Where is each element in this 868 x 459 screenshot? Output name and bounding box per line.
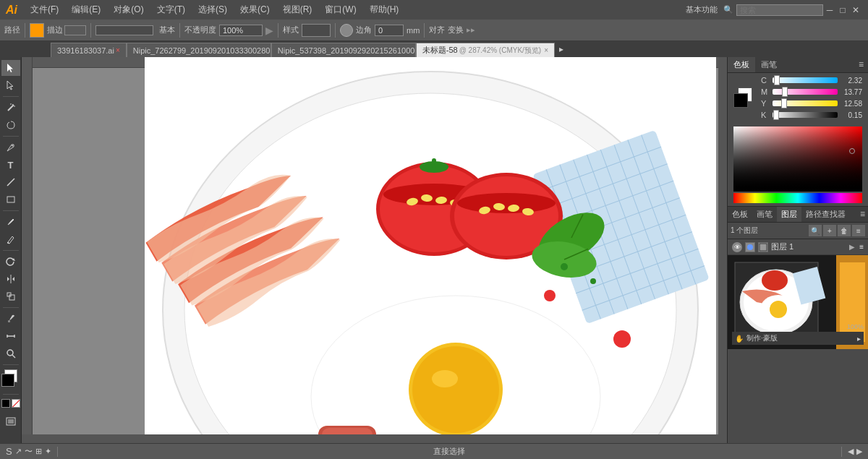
layers-find-button[interactable]: 🔍: [809, 225, 822, 236]
line-button[interactable]: [1, 174, 20, 190]
menu-effect[interactable]: 效果(C): [234, 2, 276, 17]
layers-delete-button[interactable]: 🗑: [838, 225, 851, 236]
slider-y-track[interactable]: [773, 100, 838, 106]
stroke-preview[interactable]: [64, 25, 86, 35]
menu-help[interactable]: 帮助(H): [364, 2, 405, 17]
pencil-button[interactable]: [1, 231, 20, 247]
color-spectrum-bar[interactable]: [733, 193, 862, 203]
direct-select-button[interactable]: [1, 77, 20, 93]
measure-button[interactable]: [1, 328, 20, 344]
menu-object[interactable]: 对象(O): [108, 2, 149, 17]
slider-c-track[interactable]: [773, 77, 838, 83]
tab-3[interactable]: Nipic_537398_20190929202152610000.ai ×: [271, 43, 416, 57]
layer-row-1[interactable]: 👁 图层 1 ▶ ≡: [728, 239, 868, 255]
tab-4-active[interactable]: 未标题-58 @ 287.42% (CMYK/预览) ×: [416, 43, 555, 57]
layers-action-buttons: 🔍 + 🗑 ≡: [809, 225, 865, 236]
slider-m-thumb[interactable]: [782, 87, 788, 97]
search-input[interactable]: [736, 4, 823, 16]
layers-add-button[interactable]: +: [823, 225, 836, 236]
layer-visibility-1[interactable]: 👁: [732, 242, 742, 252]
stroke-none-btn[interactable]: [12, 399, 20, 408]
menu-edit[interactable]: 编辑(E): [66, 2, 106, 17]
tab-brush[interactable]: 画笔: [755, 57, 783, 72]
magic-wand-button[interactable]: [1, 100, 20, 116]
stroke-width-input[interactable]: [95, 25, 153, 35]
thumb-more[interactable]: ▸: [857, 335, 861, 343]
screen-mode-button[interactable]: [1, 413, 20, 429]
fill-color-swatch[interactable]: [30, 23, 44, 38]
corner-label: 边角: [356, 25, 372, 35]
horizontal-scrollbar[interactable]: [22, 434, 718, 443]
svg-point-66: [544, 290, 556, 301]
slider-k-track[interactable]: [773, 112, 838, 118]
status-nav-next[interactable]: ▶: [856, 447, 862, 456]
close-button[interactable]: ✕: [849, 4, 862, 17]
opacity-input[interactable]: [219, 25, 263, 36]
slider-y-value: 12.58: [841, 100, 862, 108]
tool-icon-star: ✦: [45, 447, 51, 456]
thumb-hand-icon: ✋: [735, 335, 744, 343]
menu-window[interactable]: 窗口(W): [319, 2, 362, 17]
tabs-more-button[interactable]: ▸: [555, 44, 568, 54]
lasso-button[interactable]: [1, 117, 20, 133]
eyedrop-button[interactable]: [1, 311, 20, 327]
layer-options-menu[interactable]: ≡: [859, 243, 864, 251]
rotate-button[interactable]: [1, 254, 20, 270]
tab-close-4[interactable]: ×: [544, 46, 548, 54]
tab-2[interactable]: Nipic_7262799_20190920103330028031.ai ×: [127, 43, 271, 57]
tab-color[interactable]: 色板: [728, 57, 755, 72]
layer-expand-1[interactable]: ▶: [849, 243, 855, 251]
zoom-button[interactable]: [1, 346, 20, 361]
lt-sep-7: [3, 394, 19, 395]
thumbnail-area: 100% ✋ 制作·豪版 ▸: [728, 255, 868, 349]
menu-select[interactable]: 选择(S): [192, 2, 233, 17]
fill-none-btn[interactable]: [1, 399, 10, 408]
mirror-button[interactable]: [1, 271, 20, 287]
tab-pathfinder[interactable]: 路径查找器: [801, 207, 850, 222]
restore-button[interactable]: □: [836, 4, 849, 17]
bg-color-box[interactable]: [733, 93, 748, 108]
illustration: [145, 57, 716, 443]
status-nav: ◀ ▶: [848, 447, 862, 456]
scale-button[interactable]: [1, 288, 20, 304]
fg-bg-colors[interactable]: [733, 87, 757, 111]
pen-button[interactable]: [1, 140, 20, 155]
right-panel: 色板 画笔 ≡ C 2.32: [727, 57, 868, 443]
style-input[interactable]: [302, 24, 331, 37]
svg-marker-12: [12, 277, 14, 281]
tab-1[interactable]: 33916183037.ai ×: [51, 43, 127, 57]
layers-panel-menu[interactable]: ≡: [857, 207, 868, 222]
color-gradient-picker[interactable]: [733, 126, 862, 192]
color-swatches-row: C 2.32 M 13.77: [728, 73, 868, 125]
menu-view[interactable]: 视图(R): [277, 2, 318, 17]
status-nav-prev[interactable]: ◀: [848, 447, 854, 456]
menu-file[interactable]: 文件(F): [25, 2, 64, 17]
slider-c-thumb[interactable]: [774, 75, 780, 85]
tab-brush[interactable]: 画笔: [752, 207, 777, 222]
color-picker-cursor[interactable]: [849, 148, 855, 154]
select-tool-button[interactable]: [1, 60, 20, 76]
svg-line-2: [8, 105, 14, 111]
minimize-button[interactable]: ─: [823, 4, 836, 17]
slider-m-track[interactable]: [773, 89, 838, 95]
paintbrush-button[interactable]: [1, 214, 20, 230]
menu-type[interactable]: 文字(T): [151, 2, 191, 17]
svg-point-65: [432, 370, 458, 387]
corner-input[interactable]: [375, 25, 404, 36]
tab-swatch[interactable]: 色板: [728, 207, 752, 222]
tab-layers[interactable]: 图层: [777, 207, 801, 222]
color-panel-menu[interactable]: ≡: [854, 57, 868, 72]
background-color[interactable]: [1, 374, 14, 387]
rectangle-button[interactable]: [1, 192, 20, 207]
layers-options-button[interactable]: ≡: [852, 225, 865, 236]
slider-y-thumb[interactable]: [781, 98, 787, 108]
svg-line-5: [12, 104, 14, 106]
color-fg-bg[interactable]: [1, 369, 20, 390]
slider-k-thumb[interactable]: [773, 110, 779, 120]
circle-option[interactable]: [340, 24, 353, 37]
type-button[interactable]: T: [1, 157, 20, 173]
more-options-icon[interactable]: ▸▸: [467, 25, 475, 35]
layer-name-1[interactable]: 图层 1: [771, 241, 846, 252]
vertical-scrollbar[interactable]: [718, 57, 727, 443]
opacity-arrow[interactable]: ▶: [265, 25, 273, 36]
